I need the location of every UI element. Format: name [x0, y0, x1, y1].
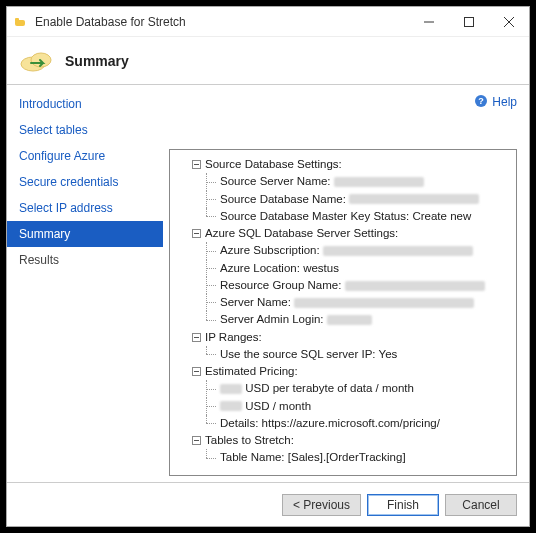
titlebar: Enable Database for Stretch: [7, 7, 529, 37]
svg-rect-3: [465, 17, 474, 26]
collapse-icon[interactable]: [192, 160, 201, 169]
source-db-value: [349, 194, 479, 204]
azure-rg-value: [345, 281, 485, 291]
window-title: Enable Database for Stretch: [35, 15, 409, 29]
nav-secure-credentials[interactable]: Secure credentials: [7, 169, 163, 195]
ip-usesrc-value: Yes: [379, 348, 398, 360]
masterkey-value: Create new: [412, 210, 471, 222]
cloud-arrow-icon: [19, 46, 55, 76]
pricing-heading: Estimated Pricing:: [205, 365, 298, 377]
nav-results[interactable]: Results: [7, 247, 163, 273]
azure-sub-value: [323, 246, 473, 256]
source-server-value: [334, 177, 424, 187]
azure-heading: Azure SQL Database Server Settings:: [205, 227, 398, 239]
wizard-window: Enable Database for Stretch Summary Intr…: [6, 6, 530, 527]
wizard-footer: < Previous Finish Cancel: [7, 482, 529, 526]
nav-select-ip[interactable]: Select IP address: [7, 195, 163, 221]
svg-rect-1: [15, 18, 19, 22]
wizard-body: Introduction Select tables Configure Azu…: [7, 85, 529, 482]
help-icon: ?: [474, 94, 488, 111]
azure-sub-label: Azure Subscription:: [220, 244, 320, 256]
source-db-heading: Source Database Settings:: [205, 158, 342, 170]
azure-srv-label: Server Name:: [220, 296, 291, 308]
nav-introduction[interactable]: Introduction: [7, 91, 163, 117]
source-db-label: Source Database Name:: [220, 193, 346, 205]
masterkey-label: Source Database Master Key Status:: [220, 210, 409, 222]
summary-tree: Source Database Settings: Source Server …: [169, 149, 517, 476]
tables-heading: Tables to Stretch:: [205, 434, 294, 446]
source-server-label: Source Server Name:: [220, 175, 331, 187]
ip-usesrc-label: Use the source SQL server IP:: [220, 348, 376, 360]
svg-text:?: ?: [479, 96, 485, 106]
close-button[interactable]: [489, 8, 529, 36]
table-name-label: Table Name:: [220, 451, 285, 463]
azure-loc-value: westus: [303, 262, 339, 274]
page-title: Summary: [65, 53, 129, 69]
wizard-header: Summary: [7, 37, 529, 85]
help-link[interactable]: Help: [492, 95, 517, 109]
finish-button[interactable]: Finish: [367, 494, 439, 516]
table-name-value: [Sales].[OrderTracking]: [288, 451, 406, 463]
ip-heading: IP Ranges:: [205, 331, 262, 343]
azure-admin-value: [327, 315, 372, 325]
pricing-permonth-suffix: USD / month: [245, 400, 311, 412]
nav-configure-azure[interactable]: Configure Azure: [7, 143, 163, 169]
pricing-details-value: https://azure.microsoft.com/pricing/: [262, 417, 440, 429]
collapse-icon[interactable]: [192, 333, 201, 342]
pricing-details-label: Details:: [220, 417, 258, 429]
content-pane: ? Help Source Database Settings: Source …: [163, 85, 529, 482]
pricing-pertb-value: [220, 384, 242, 394]
azure-admin-label: Server Admin Login:: [220, 313, 324, 325]
minimize-button[interactable]: [409, 8, 449, 36]
nav-summary[interactable]: Summary: [7, 221, 163, 247]
nav-select-tables[interactable]: Select tables: [7, 117, 163, 143]
nav-sidebar: Introduction Select tables Configure Azu…: [7, 85, 163, 482]
previous-button[interactable]: < Previous: [282, 494, 361, 516]
pricing-permonth-value: [220, 401, 242, 411]
azure-srv-value: [294, 298, 474, 308]
app-icon: [15, 16, 29, 28]
maximize-button[interactable]: [449, 8, 489, 36]
collapse-icon[interactable]: [192, 367, 201, 376]
azure-rg-label: Resource Group Name:: [220, 279, 341, 291]
cancel-button[interactable]: Cancel: [445, 494, 517, 516]
collapse-icon[interactable]: [192, 229, 201, 238]
azure-loc-label: Azure Location:: [220, 262, 300, 274]
collapse-icon[interactable]: [192, 436, 201, 445]
pricing-pertb-suffix: USD per terabyte of data / month: [245, 382, 414, 394]
